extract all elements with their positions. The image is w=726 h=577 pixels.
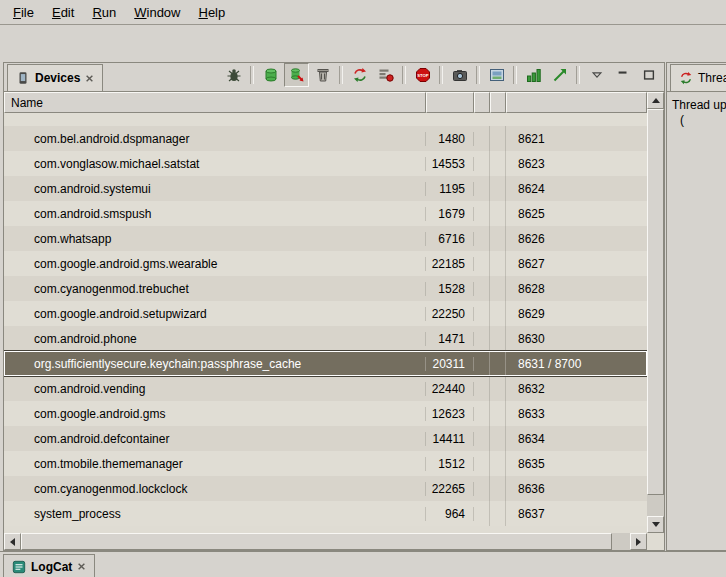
table-header: Name [4, 92, 647, 113]
minimize-icon[interactable] [610, 63, 635, 87]
column-header-pid[interactable] [426, 92, 474, 113]
horizontal-scroll-thumb[interactable] [21, 533, 612, 550]
menu-run[interactable]: Run [83, 2, 125, 23]
table-row-selected[interactable]: org.sufficientlysecure.keychain:passphra… [4, 351, 647, 376]
process-pid: 14553 [426, 157, 474, 171]
threads-panel: Threads Thread up ( [666, 62, 726, 551]
devices-table: Name com.bel.android.dspmanager 1480 862… [4, 92, 664, 550]
ddms-window: { "menu": { "items": [ {"label": "File"}… [0, 0, 726, 577]
toolbar-separator [339, 66, 343, 84]
process-pid: 1480 [426, 132, 474, 146]
maximize-icon[interactable] [636, 63, 661, 87]
table-row[interactable]: com.cyanogenmod.lockclock 22265 8636 [4, 476, 647, 501]
table-row[interactable]: com.android.vending 22440 8632 [4, 376, 647, 401]
process-name: com.google.android.gms.wearable [4, 257, 426, 271]
table-row[interactable]: com.tmobile.thememanager 1512 8635 [4, 451, 647, 476]
threads-message-line2: ( [672, 113, 726, 128]
table-row[interactable]: system_process 964 8637 [4, 501, 647, 526]
column-header-a[interactable] [474, 92, 490, 113]
toolbar-separator [402, 66, 406, 84]
process-port: 8623 [506, 157, 647, 171]
process-pid: 964 [426, 507, 474, 521]
process-name: com.android.systemui [4, 182, 426, 196]
threads-panel-header: Threads [667, 63, 726, 92]
process-port: 8630 [506, 332, 647, 346]
dump-hprof-icon[interactable] [284, 63, 309, 87]
table-row[interactable]: com.bel.android.dspmanager 1480 8621 [4, 126, 647, 151]
vertical-scrollbar[interactable] [647, 92, 664, 533]
menu-file[interactable]: File [4, 2, 43, 23]
horizontal-scrollbar[interactable] [4, 533, 647, 550]
vertical-scroll-thumb[interactable] [647, 109, 664, 495]
scroll-left-button[interactable] [4, 533, 21, 550]
table-row[interactable]: com.whatsapp 6716 8626 [4, 226, 647, 251]
table-row[interactable]: com.cyanogenmod.trebuchet 1528 8628 [4, 276, 647, 301]
process-name: com.google.android.gms [4, 407, 426, 421]
logcat-icon [12, 560, 26, 574]
menu-window[interactable]: Window [125, 2, 189, 23]
process-pid: 1679 [426, 207, 474, 221]
table-row[interactable]: com.android.defcontainer 14411 8634 [4, 426, 647, 451]
menu-edit[interactable]: Edit [43, 2, 83, 23]
column-header-b[interactable] [490, 92, 506, 113]
cause-gc-icon[interactable] [310, 63, 335, 87]
process-name: com.android.smspush [4, 207, 426, 221]
process-name: com.android.phone [4, 332, 426, 346]
update-threads-icon[interactable] [347, 63, 372, 87]
process-pid: 20311 [426, 357, 474, 371]
table-row[interactable]: com.android.smspush 1679 8625 [4, 201, 647, 226]
arrow-down-icon [652, 522, 660, 527]
process-name: system_process [4, 507, 426, 521]
arrow-right-icon [636, 538, 641, 546]
column-header-port[interactable] [506, 92, 647, 113]
scroll-right-button[interactable] [630, 533, 647, 550]
table-row[interactable]: com.vonglasow.michael.satstat 14553 8623 [4, 151, 647, 176]
process-name: com.google.android.setupwizard [4, 307, 426, 321]
update-heap-icon[interactable] [258, 63, 283, 87]
menu-bar: File Edit Run Window Help [0, 0, 726, 25]
devices-toolbar: STOP [221, 63, 664, 91]
close-icon[interactable] [85, 74, 94, 83]
threads-message-line1: Thread up [672, 98, 726, 113]
column-header-name-label: Name [11, 96, 43, 110]
process-port: 8636 [506, 482, 647, 496]
toolbar-separator [476, 66, 480, 84]
table-row[interactable]: com.google.android.setupwizard 22250 862… [4, 301, 647, 326]
process-name: com.android.defcontainer [4, 432, 426, 446]
screen-capture-icon[interactable] [447, 63, 472, 87]
process-pid: 1512 [426, 457, 474, 471]
arrow-up-icon [652, 98, 660, 103]
process-port: 8634 [506, 432, 647, 446]
close-icon[interactable] [77, 562, 86, 571]
column-header-name[interactable]: Name [4, 92, 426, 113]
toolbar-separator [576, 66, 580, 84]
arrow-left-icon [10, 538, 15, 546]
tab-devices[interactable]: Devices [7, 64, 103, 91]
toolbar-separator [250, 66, 254, 84]
process-port: 8624 [506, 182, 647, 196]
tab-threads[interactable]: Threads [670, 64, 726, 91]
debug-icon[interactable] [221, 63, 246, 87]
table-row[interactable]: com.android.systemui 1195 8624 [4, 176, 647, 201]
capture-views-icon[interactable] [484, 63, 509, 87]
process-port: 8629 [506, 307, 647, 321]
tracking-arrow-icon[interactable] [547, 63, 572, 87]
scroll-up-button[interactable] [647, 92, 664, 109]
menu-help[interactable]: Help [189, 2, 234, 23]
stop-process-icon[interactable]: STOP [410, 63, 435, 87]
view-menu-icon[interactable] [584, 63, 609, 87]
tab-logcat[interactable]: LogCat [3, 554, 95, 577]
process-pid: 1471 [426, 332, 474, 346]
table-row[interactable]: com.google.android.gms.wearable 22185 86… [4, 251, 647, 276]
process-port: 8632 [506, 382, 647, 396]
table-row[interactable]: com.android.phone 1471 8630 [4, 326, 647, 351]
start-profiling-icon[interactable] [373, 63, 398, 87]
process-name: com.cyanogenmod.trebuchet [4, 282, 426, 296]
process-pid: 1195 [426, 182, 474, 196]
heap-bars-icon[interactable] [521, 63, 546, 87]
table-row[interactable]: com.google.android.gms 12623 8633 [4, 401, 647, 426]
scroll-down-button[interactable] [647, 516, 664, 533]
tab-logcat-label: LogCat [31, 560, 72, 574]
process-port: 8625 [506, 207, 647, 221]
process-name: com.vonglasow.michael.satstat [4, 157, 426, 171]
